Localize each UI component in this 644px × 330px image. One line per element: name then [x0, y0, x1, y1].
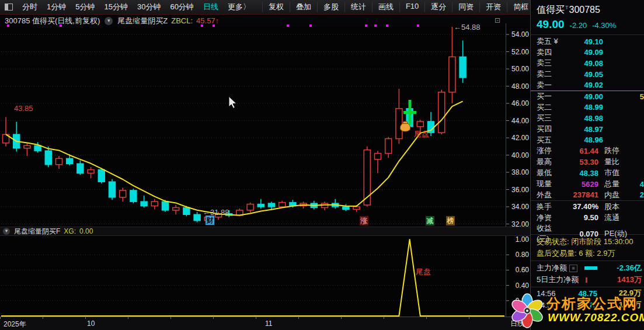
toolbar-tool-7[interactable]: 逐分: [424, 2, 452, 12]
bid-row-2[interactable]: 买二48.99: [531, 102, 644, 113]
stat-value: 48.38: [563, 169, 598, 178]
stock-code: 300785: [569, 5, 600, 15]
ask-label: 卖一: [537, 80, 567, 91]
stat-label: 最高: [537, 157, 563, 167]
stat-label: 最低: [537, 168, 563, 178]
chart-annotation-←54.88: ←54.88: [454, 23, 481, 32]
toolbar-item-7[interactable]: 日线: [199, 2, 223, 12]
toolbar-tool-5[interactable]: 画线: [372, 2, 399, 12]
ask-row-1[interactable]: 卖一49.02: [531, 79, 644, 91]
toolbar-item-2[interactable]: 1分钟: [42, 2, 71, 12]
main-candlestick-chart[interactable]: [0, 23, 530, 228]
trade-status-line2: 盘后交易量: 6 额: 2.9万: [537, 248, 644, 259]
axis-tick: [298, 317, 299, 319]
axis-tick: [384, 317, 384, 319]
stat-label: 股本: [598, 202, 628, 212]
toolbar-tool-8[interactable]: 同资: [452, 2, 479, 12]
stat-row: 净资9.50流通: [531, 212, 644, 223]
stat-label: 流通: [598, 213, 628, 223]
ask-row-4[interactable]: 卖四49.09: [531, 47, 644, 58]
date-label: 11: [265, 319, 272, 328]
sub-param-value: 0.00: [79, 227, 93, 235]
bid-row-5[interactable]: 买五48.96: [531, 134, 644, 145]
order-book: 卖五 ¥49.10卖四49.09卖三49.08卖二49.05卖一49.02买一4…: [531, 35, 644, 145]
bid-label: 买五: [537, 135, 567, 145]
ask-row-3[interactable]: 卖三49.08: [531, 58, 644, 69]
chart-annotation-涨: 涨: [360, 216, 368, 225]
date-label: 10: [87, 319, 95, 328]
toolbar-tool-6[interactable]: F10: [399, 2, 424, 12]
sub-indicator-name: 尾盘缩量阴买F: [14, 227, 60, 237]
axis-tick: [170, 317, 171, 319]
ask-label: 卖四: [537, 47, 567, 58]
stat-label: 总量: [598, 179, 628, 189]
flow5-bar: [586, 277, 587, 283]
stat-value: 61.44: [563, 147, 598, 155]
bid-price: 48.97: [567, 125, 603, 134]
ask-price: 49.08: [567, 59, 603, 68]
sub-indicator-bar: ▾ 尾盘缩量阴买F XG: 0.00: [0, 227, 530, 236]
bid-row-1[interactable]: 买一49.005: [531, 91, 644, 102]
chart-annotation-43.85: 43.85: [14, 104, 33, 113]
bid-row-4[interactable]: 买四48.97: [531, 124, 644, 135]
toolbar-item-3[interactable]: 5分钟: [71, 2, 99, 12]
watermark: 分析家公式网 WWW.70822.COM: [509, 291, 644, 330]
bid-price: 48.96: [567, 136, 603, 144]
chart-annotation-榜: 榜: [446, 216, 455, 225]
toolbar-item-4[interactable]: 15分钟: [99, 2, 132, 12]
toolbar-item-5[interactable]: 30分钟: [133, 2, 165, 12]
bid-label: 买一: [537, 91, 567, 102]
toolbar-item-8[interactable]: 更多〉: [223, 2, 255, 12]
ask-label: 卖三: [537, 58, 567, 68]
stat-value: 4: [628, 180, 644, 189]
signal-axis-label: 0.60: [507, 266, 529, 274]
axis-tick: [85, 317, 86, 319]
ask-label: 卖五 ¥: [537, 36, 567, 47]
price-axis-label: 50.00: [507, 65, 529, 73]
trade-status: 交易状态: 闭市阶段 15:30:00 盘后交易量: 6 额: 2.9万: [531, 234, 644, 260]
stat-row: 最低48.38市值: [531, 168, 644, 179]
toolbar-tool-9[interactable]: 开资: [479, 2, 507, 12]
toolbar-item-1[interactable]: 分时: [18, 2, 42, 12]
price-axis-label: 36.00: [507, 186, 529, 194]
toolbar-tool-3[interactable]: 多股: [317, 2, 344, 12]
ask-row-5[interactable]: 卖五 ¥49.10: [531, 36, 644, 47]
signal-axis-label: 1.00: [507, 235, 529, 244]
toolbar-tool-4[interactable]: 统计: [344, 2, 372, 12]
stock-name: 值得买: [537, 5, 565, 15]
ask-row-2[interactable]: 卖二49.05: [531, 69, 644, 80]
axis-tick: [469, 317, 469, 319]
bid-price: 48.98: [567, 114, 603, 123]
mouse-cursor: [228, 96, 238, 110]
stat-value: 237841: [563, 190, 598, 199]
date-axis: 2025年1011: [0, 317, 530, 330]
price-axis-label: 44.00: [507, 117, 529, 125]
toolbar: 分时1分钟5分钟15分钟30分钟60分钟日线更多〉 复权叠加多股统计画线F10逐…: [0, 0, 530, 15]
window-layout-icon[interactable]: [5, 4, 13, 11]
stat-label: 市值: [598, 168, 628, 178]
price-axis-label: 48.00: [507, 82, 529, 91]
price-axis-label: 40.00: [507, 151, 529, 159]
stat-row: 外盘237841内盘2: [531, 190, 644, 201]
toolbar-tool-1[interactable]: 复权: [262, 2, 290, 12]
axis-tick: [213, 317, 214, 319]
chevron-down-icon[interactable]: ▾: [3, 228, 10, 235]
period-menu: 分时1分钟5分钟15分钟30分钟60分钟日线更多〉: [18, 2, 255, 12]
axis-tick: [256, 317, 256, 319]
bid-row-3[interactable]: 买三48.98: [531, 113, 644, 124]
stat-value: 53.30: [563, 158, 598, 166]
price-axis-label: 54.00: [507, 30, 529, 39]
stat-row: 换手37.40%股本: [531, 200, 644, 212]
flow-bar: [584, 266, 597, 270]
quote-panel: 值得买T300785 49.00 -2.20 -4.30% 卖五 ¥49.10卖…: [530, 0, 644, 330]
toolbar-item-6[interactable]: 60分钟: [165, 2, 198, 12]
flow-detail-icon[interactable]: ≡: [569, 265, 577, 272]
stat-label: 涨停: [537, 145, 563, 156]
stat-label: 内盘: [598, 190, 628, 200]
stat-label: 净资: [537, 213, 563, 223]
toolbar-tool-2[interactable]: 叠加: [290, 2, 317, 12]
signal-chart[interactable]: [0, 235, 530, 317]
bid-label: 买三: [537, 113, 567, 123]
stat-label: 跌停: [598, 145, 628, 156]
stat-value: 37.40%: [563, 202, 598, 211]
